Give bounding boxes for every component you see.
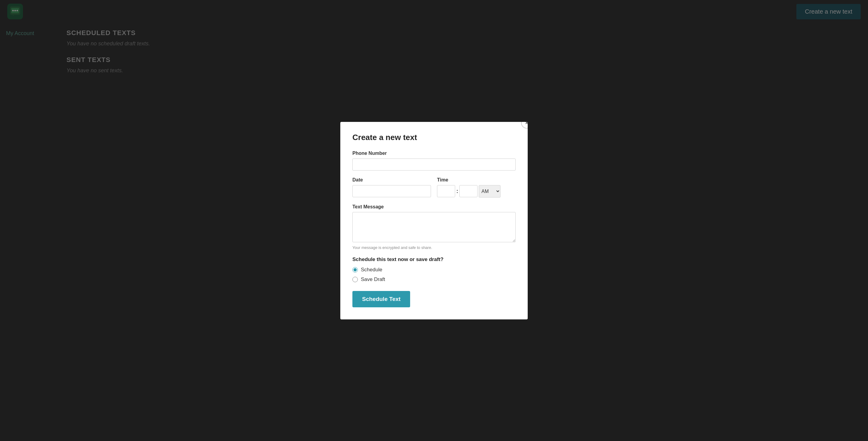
date-time-row: Date Time : AM PM — [352, 177, 516, 198]
schedule-question: Schedule this text now or save draft? — [352, 257, 516, 263]
modal-close-button[interactable]: × — [521, 122, 528, 128]
time-group: Time : AM PM — [437, 177, 516, 198]
modal-overlay: × Create a new text Phone Number Date Ti… — [0, 0, 868, 441]
save-draft-radio-label: Save Draft — [361, 276, 385, 283]
schedule-radio-label: Schedule — [361, 267, 382, 273]
date-group: Date — [352, 177, 431, 198]
save-draft-radio-option[interactable]: Save Draft — [352, 276, 516, 283]
time-colon: : — [456, 188, 458, 195]
text-message-label: Text Message — [352, 204, 516, 210]
encryption-note: Your message is encrypted and safe to sh… — [352, 245, 516, 250]
date-label: Date — [352, 177, 431, 183]
text-message-group: Text Message Your message is encrypted a… — [352, 204, 516, 250]
phone-number-group: Phone Number — [352, 151, 516, 171]
radio-group: Schedule Save Draft — [352, 267, 516, 283]
phone-number-input[interactable] — [352, 158, 516, 171]
create-text-modal: × Create a new text Phone Number Date Ti… — [340, 122, 528, 319]
minute-input[interactable] — [459, 185, 477, 197]
text-message-input[interactable] — [352, 212, 516, 242]
schedule-radio[interactable] — [352, 267, 358, 272]
schedule-text-button[interactable]: Schedule Text — [352, 291, 410, 307]
modal-title: Create a new text — [352, 133, 516, 142]
phone-number-label: Phone Number — [352, 151, 516, 156]
ampm-select[interactable]: AM PM — [479, 185, 500, 198]
hour-input[interactable] — [437, 185, 455, 197]
time-inputs: : AM PM — [437, 185, 516, 198]
date-input[interactable] — [352, 185, 431, 197]
schedule-radio-option[interactable]: Schedule — [352, 267, 516, 273]
save-draft-radio[interactable] — [352, 277, 358, 282]
time-label: Time — [437, 177, 516, 183]
